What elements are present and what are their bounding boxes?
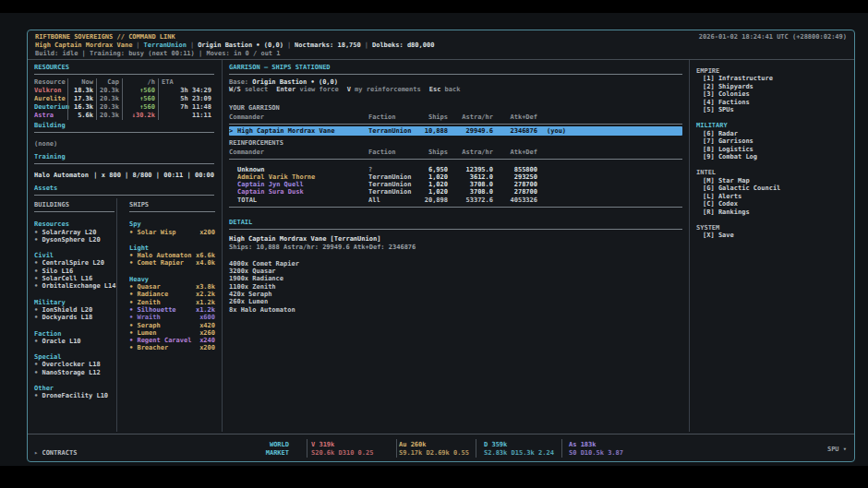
resource-eta: 11:11 [158, 112, 211, 120]
app-title: RIFTBORNE SOVEREIGNS // COMMAND LINK [35, 33, 175, 42]
detail-ship-line: 4000x Comet Rapier [229, 260, 682, 268]
reinforcements-table-header: Commander Faction Ships Astra/hr Atk+Def [229, 149, 682, 159]
building-item: OrbitalExchange L14 [34, 282, 115, 290]
clock: 2026-01-02 18:24:41 UTC (+28800:02:49) [699, 33, 847, 42]
ship-item: Solar Wispx200 [129, 229, 215, 236]
commander-faction: TerranUnion [368, 173, 420, 181]
resource-now: 18.3k [67, 87, 96, 95]
menu-section-empire: EMPIRE [1] Infrastructure [2] Shipyards … [696, 67, 854, 113]
menu-item-infrastructure[interactable]: [1] Infrastructure [696, 75, 854, 82]
building-group: Other DroneFacility L10 [34, 385, 115, 400]
menu-item-star-map[interactable]: [M] Star Map [696, 177, 854, 184]
terminal-screen: RIFTBORNE SOVEREIGNS // COMMAND LINK 202… [0, 13, 868, 466]
menu-item-factions[interactable]: [4] Factions [696, 99, 854, 106]
menu-item-save[interactable]: [X] Save [696, 232, 854, 239]
resource-eta: 3h 34:29 [158, 87, 211, 95]
main-menu: EMPIRE [1] Infrastructure [2] Shipyards … [690, 60, 854, 432]
building-group: Special Overclocker L18 NanoStorage L12 [34, 353, 115, 376]
detail-ship-line: 1900x Radiance [229, 275, 682, 282]
resource-name: Vulkron [34, 87, 67, 95]
reinforcement-row[interactable]: Unknown ? 6,950 12395.0 855800 [229, 166, 682, 173]
spu-dropdown[interactable]: SPU ▾ [827, 446, 847, 453]
ship-group: Heavy Quasarx3.8k Radiancex2.2k Zenithx1… [129, 276, 215, 352]
menu-item-radar[interactable]: [6] Radar [696, 130, 854, 137]
garrison-info: Base: Origin Bastion • (0,0) W/S selectE… [229, 78, 682, 94]
resource-rate: ↓30.2k [122, 112, 158, 120]
buildings-column: BUILDINGS Resources SolarArray L20 Dyson… [28, 198, 116, 432]
reinforcement-row[interactable]: Admiral Varik Thorne TerranUnion 1,020 3… [229, 173, 682, 181]
market-ticker-deuterium[interactable]: D 359k S2.83k D15.3k 2.24 [484, 441, 554, 457]
menu-item-galactic-council[interactable]: [G] Galactic Council [696, 184, 854, 192]
resource-name: Deuterium [34, 103, 67, 112]
player-name: High Captain Mordrax Vane [35, 42, 132, 49]
player-faction: TerranUnion [144, 42, 187, 49]
detail-title: DETAIL [229, 219, 682, 230]
your-garrison-section: YOUR GARRISON Commander Faction Ships As… [229, 104, 682, 136]
footer-divider [476, 439, 476, 458]
resources-panel: RESOURCES Resource Now Cap /h ETA Vulkro… [34, 64, 214, 120]
keyboard-hints: W/S selectEnter view forceV my reinforce… [229, 86, 682, 93]
market-ticker-astra[interactable]: As 183k S0 D10.5k 3.87 [569, 441, 623, 457]
resource-cap: 20.3k [96, 103, 122, 112]
training-progress: | x 800 | 8/800 | 00:11 | 00:00 [93, 172, 214, 179]
building-group: Faction Oracle L10 [34, 330, 115, 346]
market-ticker-vulkron[interactable]: V 319k S20.6k D310 0.25 [311, 441, 373, 457]
resource-cap: 20.3k [96, 112, 122, 120]
astra-per-hr: 29949.6 [448, 126, 493, 136]
garrison-panel: GARRISON — SHIPS STATIONED Base: Origin … [223, 60, 690, 432]
command-link-window: RIFTBORNE SOVEREIGNS // COMMAND LINK 202… [27, 30, 855, 462]
menu-item-colonies[interactable]: [3] Colonies [696, 90, 854, 98]
building-group: Military IonShield L20 Dockyards L18 [34, 299, 115, 322]
menu-item-rankings[interactable]: [R] Rankings [696, 208, 854, 216]
selection-marker: > [229, 126, 237, 136]
footer-bar: ▸ CONTRACTS WORLD MARKET V 319k S20.6k D… [28, 434, 854, 462]
contracts-button[interactable]: ▸ CONTRACTS [34, 449, 77, 457]
detail-stats: Ships: 10,888 Astra/hr: 29949.6 Atk+Def:… [229, 244, 682, 251]
buildings-title: BUILDINGS [34, 201, 115, 212]
building-group: Resources SolarArray L20 DysonSphere L20 [34, 220, 115, 244]
building-item: Overclocker L18 [34, 361, 115, 368]
assets-panel: Assets [34, 184, 214, 196]
commander-faction: TerranUnion [368, 126, 420, 136]
header: RIFTBORNE SOVEREIGNS // COMMAND LINK 202… [28, 33, 854, 58]
reinforcement-row[interactable]: Captain Sura Dusk TerranUnion 1,020 3708… [229, 188, 682, 196]
detail-ship-line: 260x Lumen [229, 298, 682, 305]
resource-cap: 20.3k [96, 95, 122, 103]
base-value: Origin Bastion • (0,0) [252, 78, 338, 86]
left-panel: RESOURCES Resource Now Cap /h ETA Vulkro… [28, 60, 223, 432]
commander-name: High Captain Mordrax Vane [237, 126, 368, 136]
col-header: ETA [158, 78, 211, 87]
reinforcement-row[interactable]: Captain Jyn Quell TerranUnion 1,020 3708… [229, 181, 682, 188]
market-ticker-aurelite[interactable]: Au 260k S9.17k D2.69k 0.55 [399, 441, 469, 457]
menu-item-spus[interactable]: [5] SPUs [696, 106, 854, 113]
menu-item-alerts[interactable]: [L] Alerts [696, 193, 854, 200]
contracts-arrow-icon: ▸ [34, 449, 38, 457]
ship-item: Wraithx600 [129, 314, 215, 321]
detail-ship-line: 1100x Zenith [229, 283, 682, 291]
resource-rate: ↑560 [122, 87, 158, 95]
ship-item: Lumenx260 [129, 329, 215, 337]
building-panel: Building (none) [34, 122, 214, 149]
menu-item-logistics[interactable]: [8] Logistics [696, 146, 854, 153]
ship-item: Seraphx420 [129, 322, 215, 329]
ships-column: SHIPS Spy Solar Wispx200 Light Halo Auto… [116, 198, 222, 432]
menu-item-combat-log[interactable]: [9] Combat Log [696, 153, 854, 161]
menu-item-garrisons[interactable]: [7] Garrisons [696, 137, 854, 145]
ship-item: Breacherx200 [129, 344, 215, 351]
ship-item: Zenithx1.2k [129, 299, 215, 306]
menu-item-codex[interactable]: [C] Codex [696, 200, 854, 208]
garrison-row-selected[interactable]: > High Captain Mordrax Vane TerranUnion … [229, 126, 682, 136]
commander-name: Captain Jyn Quell [237, 181, 368, 188]
base-label: Base: [229, 78, 248, 86]
resources-title: RESOURCES [34, 64, 214, 75]
building-item: DysonSphere L20 [34, 236, 115, 244]
detail-ship-line: 8x Halo Automaton [229, 306, 682, 314]
ship-item: Silhouettex1.2k [129, 306, 215, 314]
training-queue-row: Halo Automaton | x 800 | 8/800 | 00:11 |… [34, 172, 214, 179]
ships-title: SHIPS [129, 201, 215, 212]
detail-ship-line: 420x Seraph [229, 291, 682, 298]
resource-cap: 20.3k [96, 87, 122, 95]
building-item: CentralSpire L20 [34, 259, 115, 267]
menu-item-shipyards[interactable]: [2] Shipyards [696, 83, 854, 90]
training-unit: Halo Automaton [34, 172, 89, 179]
